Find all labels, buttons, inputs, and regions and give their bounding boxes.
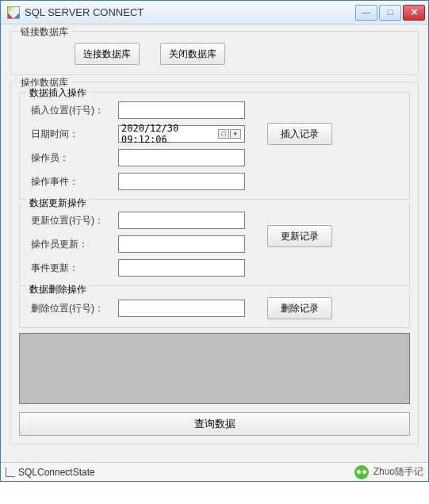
delete-record-button[interactable]: 删除记录 (267, 297, 332, 319)
event-input[interactable] (118, 173, 245, 190)
status-icon (6, 468, 15, 477)
titlebar: SQL SERVER CONNECT — □ ✕ (1, 1, 428, 25)
wechat-icon (354, 465, 369, 479)
watermark: Zhuo随手记 (354, 465, 423, 479)
group-update-legend: 数据更新操作 (26, 197, 90, 210)
insert-record-button[interactable]: 插入记录 (267, 123, 332, 145)
event-update-input[interactable] (118, 259, 245, 277)
client-area: 链接数据库 连接数据库 关闭数据库 操作数据库 数据插入操作 插入位置(行号)： (1, 25, 428, 462)
group-insert-legend: 数据插入操作 (26, 86, 90, 100)
group-connect: 链接数据库 连接数据库 关闭数据库 (10, 31, 419, 75)
status-label: SQLConnectState (18, 467, 95, 478)
close-icon: ✕ (411, 8, 418, 17)
operator-update-input[interactable] (118, 235, 245, 253)
delete-pos-label: 删除位置(行号)： (31, 302, 118, 315)
datetime-label: 日期时间： (31, 128, 118, 141)
operator-input[interactable] (118, 149, 245, 166)
update-pos-label: 更新位置(行号)： (31, 214, 118, 227)
insert-pos-input[interactable] (118, 101, 245, 119)
group-delete: 数据删除操作 删除位置(行号)： 删除记录 (19, 289, 410, 328)
event-update-label: 事件更新： (31, 262, 118, 275)
chevron-down-icon: ▾ (230, 129, 241, 139)
group-update: 数据更新操作 更新位置(行号)： 操作员更新： 事件更新： (19, 203, 410, 286)
group-connect-legend: 链接数据库 (17, 25, 71, 39)
group-insert: 数据插入操作 插入位置(行号)： 日期时间： 2020/12/30 09:12:… (19, 92, 410, 200)
connect-db-button[interactable]: 连接数据库 (75, 43, 140, 65)
operator-update-label: 操作员更新： (31, 238, 118, 251)
maximize-icon: □ (388, 8, 393, 17)
close-button[interactable]: ✕ (403, 5, 425, 21)
group-operate: 操作数据库 数据插入操作 插入位置(行号)： 日期时间： 2020/12/30 … (10, 82, 419, 445)
close-db-button[interactable]: 关闭数据库 (160, 43, 225, 65)
query-data-button[interactable]: 查询数据 (19, 412, 410, 436)
window-buttons: — □ ✕ (355, 5, 425, 21)
minimize-button[interactable]: — (355, 5, 377, 21)
minimize-icon: — (362, 8, 371, 17)
operator-label: 操作员： (31, 151, 118, 165)
insert-pos-label: 插入位置(行号)： (31, 104, 118, 117)
app-icon (7, 6, 20, 19)
datetime-value: 2020/12/30 09:12:06 (121, 123, 218, 145)
calendar-icon: ▢ (218, 129, 229, 139)
group-delete-legend: 数据删除操作 (26, 283, 90, 296)
event-label: 操作事件： (31, 175, 118, 189)
log-output (19, 333, 410, 404)
statusbar: SQLConnectState Zhuo随手记 (1, 462, 428, 481)
app-window: SQL SERVER CONNECT — □ ✕ 链接数据库 连接数据库 关闭数… (0, 0, 429, 482)
watermark-text: Zhuo随手记 (373, 465, 423, 479)
window-title: SQL SERVER CONNECT (25, 6, 355, 18)
update-record-button[interactable]: 更新记录 (267, 225, 332, 247)
maximize-button[interactable]: □ (379, 5, 401, 21)
update-pos-input[interactable] (118, 212, 245, 229)
datetime-picker[interactable]: 2020/12/30 09:12:06 ▢ ▾ (118, 125, 245, 143)
delete-pos-input[interactable] (118, 300, 245, 317)
